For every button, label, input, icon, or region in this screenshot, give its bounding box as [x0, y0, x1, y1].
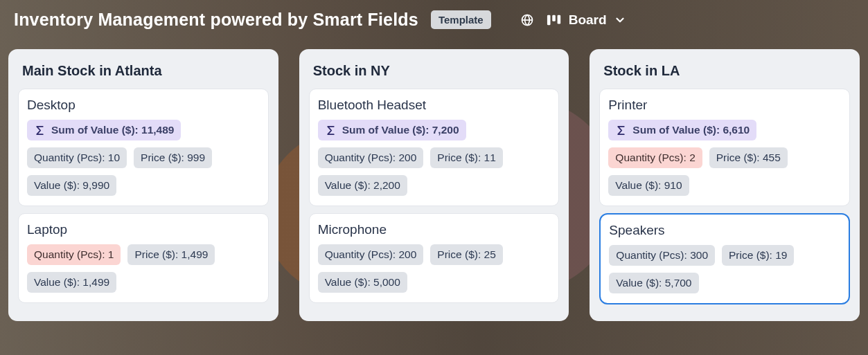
quantity-tag: Quantity (Pcs): 1	[27, 244, 121, 265]
quantity-tag: Quantity (Pcs): 200	[318, 244, 424, 265]
board: Main Stock in AtlantaDesktopSum of Value…	[0, 37, 868, 329]
sum-text: Sum of Value ($): 6,610	[632, 124, 750, 136]
value-tag: Value ($): 9,990	[27, 175, 116, 196]
tag-row: Quantity (Pcs): 200Price ($): 11	[318, 147, 551, 168]
tag-row: Value ($): 9,990	[27, 175, 260, 196]
tag-row: Value ($): 2,200	[318, 175, 551, 196]
sigma-icon	[34, 125, 46, 136]
board-icon	[547, 13, 562, 27]
price-tag: Price ($): 999	[134, 147, 212, 168]
card-title: Microphone	[318, 222, 551, 237]
globe-icon[interactable]	[520, 13, 534, 27]
value-tag: Value ($): 2,200	[318, 175, 407, 196]
column-title: Stock in LA	[599, 59, 850, 89]
card[interactable]: Bluetooth HeadsetSum of Value ($): 7,200…	[309, 89, 560, 206]
tag-row: Quantity (Pcs): 2Price ($): 455	[608, 147, 841, 168]
board-column: Main Stock in AtlantaDesktopSum of Value…	[8, 49, 278, 321]
card[interactable]: DesktopSum of Value ($): 11,489Quantity …	[18, 89, 269, 206]
sum-text: Sum of Value ($): 7,200	[342, 124, 459, 136]
column-title: Main Stock in Atlanta	[18, 59, 269, 89]
page-title: Inventory Management powered by Smart Fi…	[14, 10, 418, 30]
svg-rect-1	[547, 15, 551, 25]
card[interactable]: LaptopQuantity (Pcs): 1Price ($): 1,499V…	[18, 213, 269, 303]
tag-row: Sum of Value ($): 6,610	[608, 120, 841, 140]
tag-row: Value ($): 910	[608, 175, 841, 196]
price-tag: Price ($): 11	[430, 147, 502, 168]
svg-rect-2	[552, 15, 556, 21]
price-tag: Price ($): 1,499	[127, 244, 215, 265]
svg-rect-3	[557, 15, 560, 24]
value-tag: Value ($): 5,000	[318, 272, 407, 293]
value-tag: Value ($): 910	[608, 175, 689, 196]
sum-text: Sum of Value ($): 11,489	[51, 124, 174, 136]
price-tag: Price ($): 19	[722, 245, 794, 266]
tag-row: Quantity (Pcs): 10Price ($): 999	[27, 147, 260, 168]
tag-row: Quantity (Pcs): 1Price ($): 1,499	[27, 244, 260, 265]
board-column: Stock in LAPrinterSum of Value ($): 6,61…	[590, 49, 860, 321]
price-tag: Price ($): 25	[430, 244, 502, 265]
sum-tag: Sum of Value ($): 11,489	[27, 120, 181, 140]
sum-tag: Sum of Value ($): 7,200	[318, 120, 466, 140]
sum-tag: Sum of Value ($): 6,610	[608, 120, 756, 140]
tag-row: Sum of Value ($): 11,489	[27, 120, 260, 140]
card[interactable]: PrinterSum of Value ($): 6,610Quantity (…	[599, 89, 850, 206]
quantity-tag: Quantity (Pcs): 2	[608, 147, 702, 168]
card-title: Laptop	[27, 222, 260, 237]
tag-row: Value ($): 5,000	[318, 272, 551, 293]
quantity-tag: Quantity (Pcs): 300	[609, 245, 715, 266]
card-title: Desktop	[27, 98, 260, 113]
tag-row: Quantity (Pcs): 300Price ($): 19	[609, 245, 840, 266]
board-column: Stock in NYBluetooth HeadsetSum of Value…	[299, 49, 569, 321]
card[interactable]: MicrophoneQuantity (Pcs): 200Price ($): …	[309, 213, 560, 303]
card[interactable]: SpeakersQuantity (Pcs): 300Price ($): 19…	[599, 213, 850, 304]
value-tag: Value ($): 1,499	[27, 272, 116, 293]
card-title: Printer	[608, 98, 841, 113]
view-label: Board	[569, 12, 607, 28]
card-title: Speakers	[609, 223, 840, 238]
tag-row: Value ($): 1,499	[27, 272, 260, 293]
tag-row: Quantity (Pcs): 200Price ($): 25	[318, 244, 551, 265]
value-tag: Value ($): 5,700	[609, 273, 698, 293]
price-tag: Price ($): 455	[709, 147, 788, 168]
column-title: Stock in NY	[309, 59, 560, 89]
tag-row: Sum of Value ($): 7,200	[318, 120, 551, 140]
quantity-tag: Quantity (Pcs): 10	[27, 147, 127, 168]
chevron-down-icon	[614, 14, 626, 26]
view-switcher[interactable]: Board	[547, 12, 626, 28]
app-root: { "header": { "title": "Inventory Manage…	[0, 0, 868, 355]
quantity-tag: Quantity (Pcs): 200	[318, 147, 424, 168]
template-badge[interactable]: Template	[431, 10, 491, 29]
tag-row: Value ($): 5,700	[609, 273, 840, 293]
sigma-icon	[325, 125, 337, 136]
sigma-icon	[615, 125, 627, 136]
card-title: Bluetooth Headset	[318, 98, 551, 113]
header-bar: Inventory Management powered by Smart Fi…	[0, 0, 868, 37]
